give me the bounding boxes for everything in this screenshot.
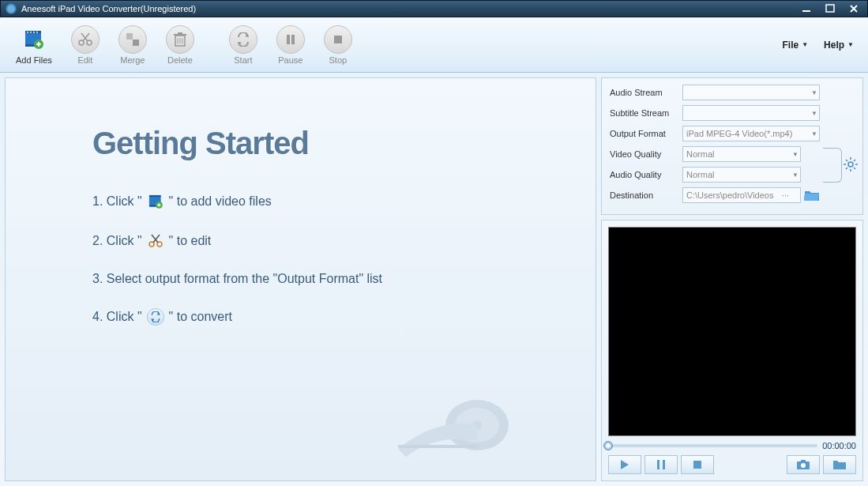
output-format-label: Output Format <box>610 129 682 138</box>
svg-rect-24 <box>149 195 161 197</box>
scissors-icon <box>71 25 100 54</box>
audio-stream-row: Audio Stream ▼ <box>610 85 820 100</box>
svg-rect-46 <box>801 460 806 462</box>
maximize-button[interactable] <box>821 3 839 14</box>
step-2-text-b: " to edit <box>169 234 212 248</box>
chevron-down-icon: ▼ <box>811 110 817 117</box>
subtitle-stream-select[interactable]: ▼ <box>682 105 820 121</box>
step-1-text-b: " to add video files <box>169 194 272 209</box>
output-format-value: iPad MPEG-4 Video(*.mp4) <box>686 129 792 138</box>
svg-rect-13 <box>133 40 139 46</box>
player-controls <box>608 455 856 474</box>
step-1-text-a: 1. Click " <box>92 194 142 209</box>
step-4-text-b: " to convert <box>169 310 232 324</box>
close-button[interactable] <box>845 3 862 14</box>
add-files-inline-icon <box>147 193 164 210</box>
stop-playback-button[interactable] <box>681 455 714 474</box>
destination-value: C:\Users\pedro\Videos <box>686 190 773 200</box>
svg-rect-32 <box>398 445 477 448</box>
svg-line-39 <box>854 168 855 169</box>
play-icon <box>621 460 629 469</box>
getting-started-panel: Getting Started 1. Click " " to add vide… <box>5 77 596 481</box>
open-snapshot-folder-button[interactable] <box>823 455 856 474</box>
svg-line-41 <box>854 160 855 161</box>
film-reel-decoration-icon <box>374 370 548 465</box>
chevron-down-icon: ▼ <box>792 171 798 179</box>
pause-label: Pause <box>278 55 302 65</box>
seek-bar-row: 00:00:00 <box>608 436 856 455</box>
snapshot-button[interactable] <box>787 455 820 474</box>
output-format-select[interactable]: iPad MPEG-4 Video(*.mp4) ▼ <box>682 126 820 141</box>
browse-ellipsis-icon: ··· <box>782 190 789 200</box>
audio-quality-select[interactable]: Normal ▼ <box>682 167 801 183</box>
svg-rect-5 <box>27 32 28 33</box>
destination-field[interactable]: C:\Users\pedro\Videos ··· <box>682 187 801 203</box>
trash-icon <box>166 25 194 54</box>
convert-inline-icon <box>147 308 164 326</box>
file-menu[interactable]: File ▼ <box>774 36 816 54</box>
destination-row: Destination C:\Users\pedro\Videos ··· <box>610 187 820 203</box>
getting-started-title: Getting Started <box>92 126 564 161</box>
chevron-down-icon: ▼ <box>847 41 854 48</box>
help-menu[interactable]: Help ▼ <box>816 36 862 54</box>
camera-icon <box>797 460 810 469</box>
step-3: 3. Select output format from the "Output… <box>92 272 564 286</box>
delete-label: Delete <box>167 55 193 65</box>
merge-button[interactable]: Merge <box>109 22 156 68</box>
delete-button[interactable]: Delete <box>156 22 204 68</box>
preview-panel: 00:00:00 <box>601 220 863 481</box>
stop-label: Stop <box>329 55 348 65</box>
add-files-button[interactable]: Add Files <box>6 22 62 68</box>
minimize-button[interactable] <box>798 3 815 14</box>
app-logo-icon <box>6 3 17 14</box>
chevron-down-icon: ▼ <box>802 41 808 48</box>
audio-quality-label: Audio Quality <box>610 170 682 179</box>
svg-rect-12 <box>126 33 133 40</box>
video-quality-select[interactable]: Normal ▼ <box>682 146 801 162</box>
scissors-inline-icon <box>147 232 164 250</box>
merge-label: Merge <box>120 55 145 65</box>
quality-bracket-decoration <box>823 148 842 183</box>
side-panel: Audio Stream ▼ Subtitle Stream ▼ Output … <box>601 77 863 481</box>
add-files-label: Add Files <box>16 55 52 65</box>
stop-icon <box>324 25 352 54</box>
window-title: Aneesoft iPad Video Converter(Unregister… <box>21 4 798 13</box>
svg-rect-0 <box>802 10 810 12</box>
play-button[interactable] <box>608 455 641 474</box>
step-4-text-a: 4. Click " <box>92 310 142 324</box>
svg-point-47 <box>801 463 806 468</box>
audio-quality-row: Audio Quality Normal ▼ <box>610 167 820 183</box>
video-quality-row: Video Quality Normal ▼ <box>610 146 820 162</box>
add-files-icon <box>20 25 48 54</box>
quality-settings-button[interactable] <box>844 157 858 171</box>
file-menu-label: File <box>782 40 798 51</box>
edit-button[interactable]: Edit <box>62 22 109 68</box>
svg-line-40 <box>846 168 847 169</box>
settings-panel: Audio Stream ▼ Subtitle Stream ▼ Output … <box>601 77 863 215</box>
audio-stream-label: Audio Stream <box>610 88 682 97</box>
step-2-text-a: 2. Click " <box>92 234 142 248</box>
pause-playback-button[interactable] <box>644 455 678 474</box>
merge-icon <box>118 25 147 54</box>
svg-rect-43 <box>663 460 665 469</box>
pause-button[interactable]: Pause <box>267 22 314 68</box>
svg-rect-8 <box>36 32 38 33</box>
stop-button[interactable]: Stop <box>314 22 362 68</box>
open-destination-button[interactable] <box>804 188 820 202</box>
output-format-row: Output Format iPad MPEG-4 Video(*.mp4) ▼ <box>610 126 820 141</box>
subtitle-stream-label: Subtitle Stream <box>610 108 682 118</box>
stop-icon <box>693 461 701 469</box>
svg-rect-21 <box>291 35 295 44</box>
start-button[interactable]: Start <box>220 22 267 68</box>
svg-rect-16 <box>178 32 182 34</box>
svg-rect-15 <box>174 34 186 36</box>
step-4: 4. Click " " to convert <box>92 308 564 326</box>
seek-slider[interactable] <box>608 444 817 447</box>
destination-label: Destination <box>610 190 682 200</box>
convert-icon <box>229 25 257 54</box>
audio-stream-select[interactable]: ▼ <box>682 85 820 100</box>
svg-point-33 <box>848 162 853 167</box>
audio-quality-value: Normal <box>686 170 714 179</box>
edit-label: Edit <box>77 55 92 65</box>
help-menu-label: Help <box>824 40 844 51</box>
